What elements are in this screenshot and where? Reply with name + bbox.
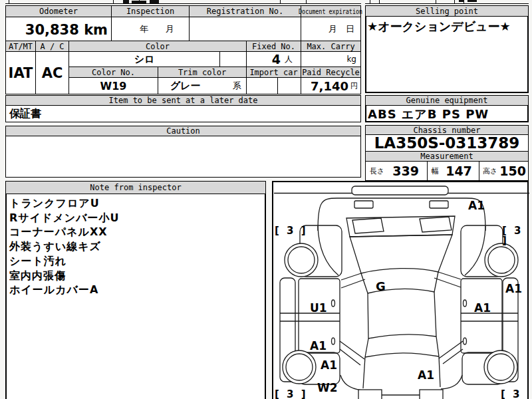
fixed-no-header: Fixed No. [246, 41, 301, 52]
trim-color-header: Trim color [158, 66, 247, 78]
later-item-header: Item to be sent at a later date [5, 95, 361, 106]
ac-value: AC [35, 51, 69, 94]
selling-point-value: ★オークションデビュー★ [367, 19, 527, 35]
odometer-value: 30,838 km [5, 17, 112, 41]
caution-header: Caution [5, 126, 361, 136]
inspection-header: Inspection [111, 5, 190, 17]
note-line: コーナーパネルXX [9, 225, 262, 239]
note-line: Rサイドメンバー小U [9, 211, 262, 225]
later-item-value: 保証書 [5, 105, 361, 122]
length-label: 長さ [370, 166, 384, 176]
paid-recycle-number: 7,140 [311, 79, 348, 93]
width-label: 幅 [432, 166, 439, 176]
trim-color-value: グレー 系 [158, 77, 247, 94]
damage-code-left-quarter-lower: W2 [317, 382, 338, 394]
fixed-no-value: 4 人 [246, 51, 301, 67]
tire-grade-front-right: [ 3 ] [502, 226, 527, 246]
measurement-height-cell: 高さ 150 [479, 161, 529, 181]
length-value: 339 [392, 164, 419, 178]
chassis-number-value: LA350S-0313789 [365, 134, 529, 152]
tire-grade-rear-right: [ 3 ] [501, 390, 527, 399]
top-cut-row [0, 0, 532, 5]
inspector-note-lines: トランクフロアU Rサイドメンバー小U コーナーパネルXX 外装うすい線キズ シ… [9, 196, 262, 297]
measurement-header: Measurement [365, 151, 529, 162]
genuine-equipment-value: ABS エアB PS PW [368, 106, 527, 122]
inspector-note-header: Note from inspector [5, 181, 266, 194]
selling-point-header: Selling point [365, 5, 529, 17]
damage-code-left-front-door: U1 [310, 303, 327, 314]
note-line: 外装うすい線キズ [9, 239, 262, 254]
paid-recycle-header: Paid Recycle [301, 66, 361, 78]
paid-recycle-unit: 円 [350, 81, 358, 91]
tire-grade-front-left: [ 3 ] [275, 226, 308, 236]
fixed-no-number: 4 [272, 52, 281, 66]
trim-color-name: グレー [170, 80, 201, 92]
damage-code-right-fender-rear: A1 [505, 283, 522, 295]
color-header: Color [68, 41, 247, 52]
chassis-number-header: Chassis number [365, 125, 529, 135]
note-line: ホイールカバーA [9, 283, 262, 297]
max-carry-value: kg [301, 51, 361, 67]
import-car-value [246, 77, 278, 94]
note-line: シート汚れ [9, 254, 262, 269]
max-carry-unit: kg [346, 55, 356, 64]
measurement-width-cell: 幅 147 [427, 161, 479, 181]
damage-code-rear-hatch: A1 [418, 370, 434, 381]
damage-code-left-rear-door: A1 [310, 340, 327, 352]
doc-expiration-value: 月 日 [301, 17, 361, 41]
ac-header: A / C [35, 41, 69, 52]
atmt-value: IAT [5, 51, 36, 94]
damage-code-left-quarter: A1 [321, 360, 337, 371]
paid-recycle-value: 7,140 円 [301, 77, 361, 94]
width-value: 147 [446, 164, 472, 178]
registration-value [189, 17, 301, 41]
caution-value [5, 136, 361, 178]
measurement-length-cell: 長さ 339 [365, 161, 428, 181]
trim-color-suffix: 系 [233, 80, 241, 92]
color-no-value: W19 [68, 77, 158, 94]
damage-diagram-box: A1 [ 3 ] [ 3 ] G A1 U1 A1 A1 A1 A1 W2 [ … [272, 181, 529, 399]
auction-sheet: { "table": { "odometer": {"label": "Odom… [0, 0, 532, 399]
color-value: シロ [68, 51, 220, 67]
car-outline-drawing [274, 193, 529, 399]
color-no-header: Color No. [68, 66, 158, 78]
genuine-equipment-header: Genuine equipment [365, 95, 529, 106]
max-carry-header: Max. Carry [301, 41, 361, 52]
height-value: 150 [499, 164, 526, 178]
inspection-value: 年 月 [111, 17, 190, 41]
import-car-spare-cell [277, 77, 301, 94]
registration-header: Registration No. [189, 5, 301, 17]
doc-expiration-header: Document expiration [301, 5, 361, 17]
damage-code-right-front-door: A1 [474, 303, 491, 314]
tire-grade-rear-left: [ 3 ] [275, 390, 308, 399]
fixed-no-unit: 人 [285, 54, 293, 65]
import-car-header: Import car [246, 66, 301, 78]
damage-code-front-right-fender: A1 [468, 200, 485, 211]
height-label: 高さ [483, 166, 497, 176]
atmt-header: AT/MT [5, 41, 36, 52]
color-value-spare-cell [219, 51, 247, 67]
note-line: 室内内張傷 [9, 269, 262, 283]
damage-code-windshield: G [376, 281, 386, 293]
odometer-header: Odometer [5, 5, 112, 17]
note-line: トランクフロアU [9, 196, 262, 211]
